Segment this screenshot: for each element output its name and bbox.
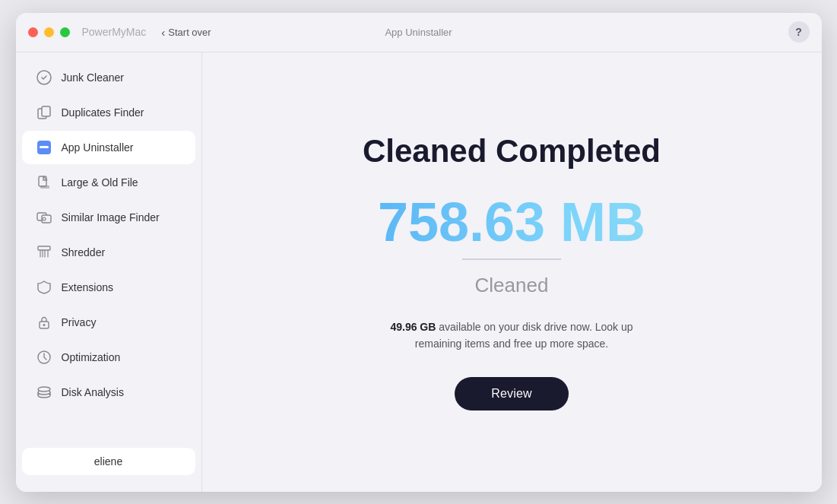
traffic-lights — [28, 27, 70, 37]
sidebar-item-duplicates-finder[interactable]: Duplicates Finder — [22, 96, 195, 129]
extensions-icon — [36, 279, 52, 296]
sidebar: Junk Cleaner Duplicates Finder — [16, 52, 202, 492]
sidebar-label: Disk Analysis — [62, 386, 124, 398]
junk-cleaner-icon — [36, 69, 52, 86]
divider — [462, 258, 561, 260]
app-uninstaller-icon — [36, 139, 52, 156]
sidebar-item-shredder[interactable]: Shredder — [22, 236, 195, 269]
app-name-label: PowerMyMac — [82, 26, 147, 38]
svg-rect-8 — [42, 215, 51, 223]
sidebar-item-disk-analysis[interactable]: Disk Analysis — [22, 376, 195, 409]
sidebar-item-similar-image-finder[interactable]: Similar Image Finder — [22, 201, 195, 234]
start-over-label: Start over — [168, 27, 211, 38]
sidebar-item-privacy[interactable]: Privacy — [22, 306, 195, 339]
privacy-icon — [36, 314, 52, 331]
sidebar-item-extensions[interactable]: Extensions — [22, 271, 195, 304]
app-window: PowerMyMac ‹ Start over App Uninstaller … — [16, 13, 822, 492]
review-button[interactable]: Review — [455, 377, 569, 410]
help-button[interactable]: ? — [788, 21, 810, 43]
shredder-icon — [36, 244, 52, 261]
available-space-text: 49.96 GB available on your disk drive no… — [390, 319, 633, 353]
svg-rect-2 — [42, 106, 50, 116]
sidebar-label: Duplicates Finder — [62, 106, 144, 119]
svg-rect-6 — [40, 185, 49, 189]
user-button[interactable]: eliene — [22, 448, 195, 475]
sidebar-item-optimization[interactable]: Optimization — [22, 341, 195, 374]
svg-point-12 — [43, 324, 45, 326]
sidebar-label: Optimization — [62, 351, 121, 363]
main-content: Junk Cleaner Duplicates Finder — [16, 52, 822, 492]
cleaned-label: Cleaned — [475, 274, 549, 297]
large-old-file-icon — [36, 174, 52, 191]
sidebar-footer: eliene — [16, 439, 201, 484]
sidebar-item-large-old-file[interactable]: Large & Old File — [22, 166, 195, 199]
maximize-button[interactable] — [60, 27, 70, 37]
sidebar-label: Privacy — [62, 316, 97, 328]
duplicates-finder-icon — [36, 104, 52, 121]
sidebar-label: Large & Old File — [62, 176, 138, 189]
available-description: available on your disk drive now. Look u… — [415, 321, 633, 350]
cleaned-completed-title: Cleaned Completed — [363, 133, 661, 170]
sidebar-label: Shredder — [62, 246, 106, 258]
sidebar-item-junk-cleaner[interactable]: Junk Cleaner — [22, 61, 195, 94]
sidebar-label: Junk Cleaner — [62, 71, 125, 84]
close-button[interactable] — [28, 27, 38, 37]
sidebar-label: Similar Image Finder — [62, 211, 160, 223]
sidebar-label: Extensions — [62, 281, 113, 293]
disk-analysis-icon — [36, 384, 52, 401]
minimize-button[interactable] — [44, 27, 54, 37]
sidebar-item-app-uninstaller[interactable]: App Uninstaller — [22, 131, 195, 164]
cleaned-size-value: 758.63 MB — [378, 192, 645, 252]
content-area: Cleaned Completed 758.63 MB Cleaned 49.9… — [202, 52, 822, 492]
similar-image-finder-icon — [36, 209, 52, 226]
sidebar-label: App Uninstaller — [62, 141, 134, 154]
title-bar: PowerMyMac ‹ Start over App Uninstaller … — [16, 13, 822, 52]
available-gb-value: 49.96 GB — [390, 321, 436, 333]
start-over-button[interactable]: ‹ Start over — [161, 26, 211, 39]
back-chevron-icon: ‹ — [161, 26, 165, 39]
svg-point-16 — [38, 387, 50, 391]
optimization-icon — [36, 349, 52, 366]
svg-rect-4 — [40, 146, 49, 148]
svg-rect-10 — [38, 246, 50, 250]
header-title: App Uninstaller — [385, 27, 452, 38]
